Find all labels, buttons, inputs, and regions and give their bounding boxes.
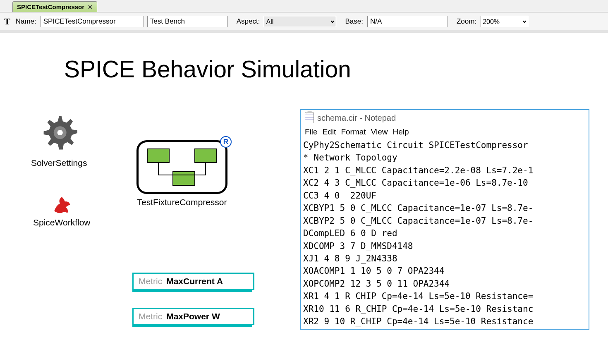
eagle-icon	[50, 194, 73, 217]
toolbar: T Name: Aspect: All Base: Zoom: 200%	[0, 12, 608, 31]
canvas-title: SPICE Behavior Simulation	[64, 55, 351, 83]
gear-icon	[36, 111, 82, 157]
zoom-label: Zoom:	[457, 17, 476, 26]
spice-workflow-label: SpiceWorkflow	[33, 218, 91, 228]
metric-name: MaxCurrent A	[166, 276, 223, 286]
tab-bar: SPICETestCompressor ✕	[0, 0, 608, 12]
solver-settings-label: SolverSettings	[31, 158, 87, 168]
fixture-diagram-icon: R	[136, 140, 227, 194]
metric-name: MaxPower W	[166, 311, 220, 321]
notepad-window[interactable]: schema.cir - Notepad File Edit Format Vi…	[300, 109, 589, 330]
svg-point-1	[57, 130, 62, 135]
spice-workflow-node[interactable]: SpiceWorkflow	[33, 194, 91, 228]
name-label: Name:	[16, 17, 36, 26]
menu-edit[interactable]: Edit	[323, 127, 336, 136]
menu-file[interactable]: File	[305, 127, 318, 136]
metric-prefix: Metric	[139, 311, 162, 321]
menu-view[interactable]: View	[371, 127, 388, 136]
base-label: Base:	[345, 17, 363, 26]
solver-settings-node[interactable]: SolverSettings	[31, 111, 87, 168]
metric-maxcurrent[interactable]: Metric MaxCurrent A	[132, 273, 254, 290]
tab-close-icon[interactable]: ✕	[88, 4, 93, 10]
test-fixture-label: TestFixtureCompressor	[136, 197, 227, 207]
canvas[interactable]: SPICE Behavior Simulation SolverSettings…	[0, 31, 608, 364]
zoom-select[interactable]: 200%	[481, 16, 528, 27]
test-fixture-node[interactable]: R TestFixtureCompressor	[136, 140, 227, 207]
notepad-title: schema.cir - Notepad	[317, 113, 396, 123]
tab-spice-test-compressor[interactable]: SPICETestCompressor ✕	[12, 1, 97, 12]
tab-label: SPICETestCompressor	[17, 3, 84, 10]
notepad-icon	[305, 113, 314, 123]
metric-prefix: Metric	[139, 276, 162, 286]
metric-maxpower[interactable]: Metric MaxPower W	[132, 308, 254, 325]
menu-format[interactable]: Format	[341, 127, 366, 136]
registered-mark-icon: R	[220, 136, 232, 148]
notepad-menubar: File Edit Format View Help	[301, 126, 589, 138]
type-icon: T	[4, 16, 10, 27]
menu-help[interactable]: Help	[393, 127, 409, 136]
type-input[interactable]	[147, 16, 228, 27]
base-input[interactable]	[367, 16, 448, 27]
aspect-label: Aspect:	[237, 17, 260, 26]
name-input[interactable]	[41, 16, 144, 27]
aspect-select[interactable]: All	[264, 16, 336, 27]
notepad-titlebar[interactable]: schema.cir - Notepad	[301, 110, 589, 126]
notepad-textarea[interactable]: CyPhy2Schematic Circuit SPICETestCompres…	[301, 138, 589, 329]
